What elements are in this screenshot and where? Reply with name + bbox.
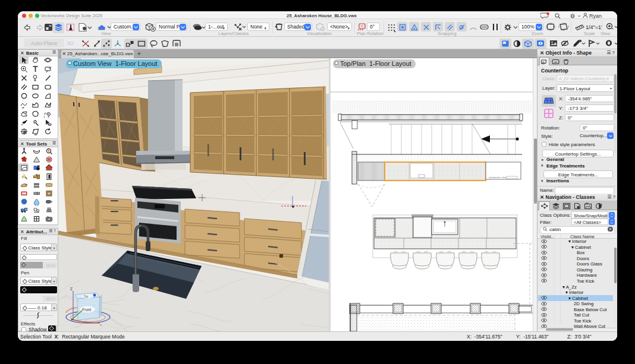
svg-text:x: x	[100, 323, 102, 327]
svg-text:Top: Top	[84, 295, 89, 298]
svg-text:Front: Front	[82, 308, 91, 312]
svg-text:Z: Z	[70, 287, 73, 291]
